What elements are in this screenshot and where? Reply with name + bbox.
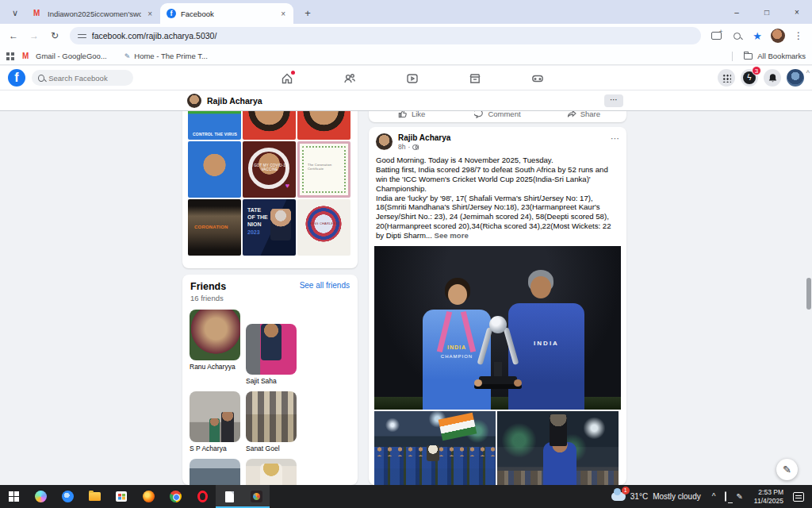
search-input[interactable] xyxy=(48,74,127,83)
tab-title: Facebook xyxy=(181,10,274,18)
friend-item[interactable]: Sanat Goel xyxy=(246,391,297,452)
address-bar[interactable] xyxy=(70,27,701,44)
send-to-device-icon[interactable] xyxy=(707,27,725,44)
all-bookmarks-button[interactable]: All Bookmarks xyxy=(757,52,806,60)
friend-photo[interactable] xyxy=(246,324,297,375)
friend-item[interactable]: Sajit Saha xyxy=(246,310,297,385)
taskbar-firefox[interactable] xyxy=(135,485,162,508)
friends-card: Friends 16 friends See all friends Ranu … xyxy=(182,275,358,485)
back-button[interactable]: ← xyxy=(5,27,22,44)
network-icon[interactable] xyxy=(720,492,731,501)
reload-button[interactable]: ↻ xyxy=(46,27,63,44)
see-more-link[interactable]: See more xyxy=(435,231,469,240)
post-image-main[interactable]: INDIA CHAMPION INDIA xyxy=(374,246,621,410)
friends-count: 16 friends xyxy=(190,294,226,302)
tab-home[interactable] xyxy=(270,68,304,89)
photo-tile[interactable]: KING CHARLES III xyxy=(297,199,350,256)
facebook-search[interactable] xyxy=(32,70,133,86)
tray-expand-button[interactable]: ^ xyxy=(707,492,721,501)
forward-button[interactable]: → xyxy=(25,27,43,44)
taskbar-app-blue[interactable] xyxy=(54,485,81,508)
friend-item[interactable]: ကိုကို နန့် ေဒေဆိုေ၀မ xyxy=(246,459,297,485)
browser-menu-icon[interactable]: ⋮ xyxy=(790,27,807,44)
tab-friends[interactable] xyxy=(332,68,367,89)
tab-search-button[interactable]: ∨ xyxy=(5,3,25,22)
messenger-badge: 3 xyxy=(752,66,761,75)
photo-tile[interactable]: TATE OF THE NION 2023 xyxy=(243,199,296,256)
friend-photo[interactable] xyxy=(246,391,297,442)
pen-tray-icon[interactable]: ✎ xyxy=(731,492,747,501)
post-image-left[interactable] xyxy=(374,411,496,485)
photo-tile[interactable]: CONTROL THE VIRUS xyxy=(188,111,241,140)
facebook-nav xyxy=(270,66,555,90)
friend-photo[interactable] xyxy=(190,459,240,485)
taskbar-store[interactable] xyxy=(108,485,135,508)
maximize-button[interactable]: □ xyxy=(752,0,782,24)
messenger-button[interactable]: ϟ 3 xyxy=(741,69,758,87)
tab-marketplace[interactable] xyxy=(458,68,492,89)
facebook-logo[interactable]: f xyxy=(8,69,25,87)
browser-tab-inactive[interactable]: M Indiawon2025iccwomen'sworld × xyxy=(27,3,160,24)
bookmark-star-icon[interactable]: ★ xyxy=(749,27,766,44)
tab-close-icon[interactable]: × xyxy=(279,10,287,18)
share-button[interactable]: Share xyxy=(541,111,626,118)
post-image-right[interactable] xyxy=(497,411,619,485)
taskbar-weather[interactable]: 1 31°C Mostly cloudy xyxy=(605,485,707,508)
bookmark-gmail[interactable]: M Gmail - GoogleGoo... xyxy=(22,52,107,60)
post-author[interactable]: Rajib Acharya xyxy=(398,133,450,142)
taskbar-file-explorer[interactable] xyxy=(81,485,108,508)
page-content: CONTROL THE VIRUS I GOT MY COVID-19 VACC… xyxy=(0,111,812,485)
watch-icon xyxy=(406,72,419,85)
photo-tile[interactable]: CORONATION xyxy=(188,199,241,256)
edit-fab-button[interactable]: ✎ xyxy=(776,459,798,480)
friend-photo[interactable] xyxy=(190,391,240,442)
taskbar-opera[interactable] xyxy=(189,485,216,508)
browser-tab-active[interactable]: f Facebook × xyxy=(160,3,293,24)
photo-tile[interactable] xyxy=(243,111,296,140)
taskbar-clock[interactable]: 2:53 PM 11/4/2025 xyxy=(748,488,790,505)
apps-grid-icon[interactable] xyxy=(6,52,14,60)
taskbar-document-app[interactable] xyxy=(216,485,243,508)
menu-grid-button[interactable] xyxy=(718,69,735,87)
avatar[interactable] xyxy=(187,94,201,108)
notifications-button[interactable] xyxy=(764,69,781,87)
profile-more-button[interactable]: ⋯ xyxy=(604,94,623,107)
friend-item[interactable]: Rene Mamani xyxy=(190,459,240,485)
photo-tile[interactable]: I GOT MY COVID-19 VACCINE ♥ xyxy=(243,141,296,198)
like-button[interactable]: Like xyxy=(369,111,454,118)
comment-button[interactable]: Comment xyxy=(454,111,540,118)
tab-watch[interactable] xyxy=(395,68,430,89)
site-settings-icon[interactable] xyxy=(78,33,86,40)
avatar[interactable] xyxy=(376,133,393,150)
search-this-page-icon[interactable] xyxy=(728,27,745,44)
start-button[interactable] xyxy=(0,485,27,508)
see-all-friends-link[interactable]: See all friends xyxy=(300,281,350,290)
notification-center-icon[interactable] xyxy=(793,492,804,502)
scrollbar-up-arrow[interactable]: ^ xyxy=(806,69,810,77)
windows-logo-icon xyxy=(9,491,19,502)
browser-profile-avatar[interactable] xyxy=(769,27,787,44)
photo-tile[interactable] xyxy=(297,111,350,140)
minimize-button[interactable]: – xyxy=(722,0,752,24)
post-menu-button[interactable]: ⋯ xyxy=(611,133,619,144)
taskbar-chrome[interactable] xyxy=(162,485,189,508)
bookmark-prime[interactable]: ✎ Home - The Prime T... xyxy=(124,52,208,60)
friend-photo[interactable] xyxy=(190,310,240,360)
tab-gaming[interactable] xyxy=(520,68,555,89)
taskbar-media-app[interactable] xyxy=(243,485,270,508)
new-tab-button[interactable]: + xyxy=(298,3,317,22)
photo-tile[interactable]: The Coronation Certificate xyxy=(297,141,350,198)
globe-icon xyxy=(412,144,418,150)
scrollbar-thumb[interactable] xyxy=(806,278,811,310)
tab-close-icon[interactable]: × xyxy=(146,10,154,18)
friend-item[interactable]: Ranu Acharyya xyxy=(190,310,240,385)
url-input[interactable] xyxy=(92,31,693,40)
friend-photo[interactable] xyxy=(246,459,297,485)
photo-tile[interactable] xyxy=(188,141,241,198)
divider xyxy=(732,52,733,61)
friend-item[interactable]: S P Acharya xyxy=(190,391,240,452)
close-button[interactable]: × xyxy=(782,0,812,24)
marketplace-icon xyxy=(469,72,481,85)
profile-avatar[interactable] xyxy=(787,69,804,87)
taskbar-copilot[interactable] xyxy=(27,485,54,508)
